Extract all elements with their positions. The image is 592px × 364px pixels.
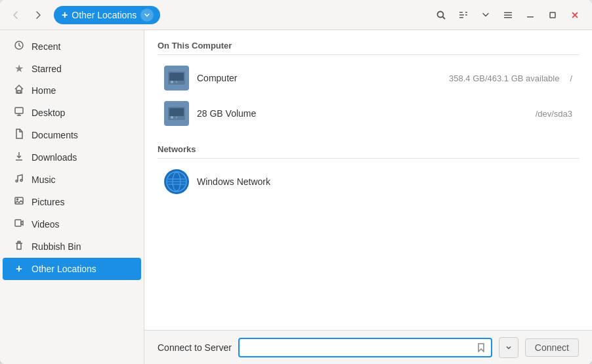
computer-item[interactable]: Computer 358.4 GB/463.1 GB available / [158,60,579,96]
svg-rect-6 [465,14,467,16]
svg-point-24 [17,199,18,200]
back-button[interactable] [7,6,25,24]
sidebar-item-downloads[interactable]: Downloads [3,146,141,169]
svg-rect-5 [465,12,467,13]
sidebar-item-starred-label: Starred [32,64,62,74]
volume-item-name: 28 GB Volume [197,108,528,119]
windows-network-item[interactable]: Windows Network [158,164,579,199]
sidebar-item-downloads-label: Downloads [32,152,77,163]
connect-button[interactable]: Connect [525,338,579,357]
computer-item-meta: 358.4 GB/463.1 GB available / [449,73,572,83]
maximize-button[interactable] [542,5,563,26]
svg-rect-3 [459,14,464,16]
sort-dropdown-button[interactable] [475,5,496,26]
sidebar-item-recent[interactable]: Recent [3,35,141,58]
svg-point-31 [176,81,177,83]
toolbar: + Other Locations [0,0,592,30]
networks-divider [158,158,579,159]
svg-rect-7 [504,12,512,13]
file-manager-window: + Other Locations [0,0,592,364]
connect-history-button[interactable] [499,337,518,358]
svg-rect-33 [169,108,184,116]
svg-point-21 [16,180,18,182]
windows-network-name: Windows Network [197,176,572,187]
minimize-button[interactable] [520,5,541,26]
svg-point-34 [171,116,173,119]
sidebar-item-videos-label: Videos [32,219,60,230]
sidebar-item-desktop-label: Desktop [32,108,65,118]
connect-label: Connect to Server [158,342,232,353]
on-this-computer-title: On This Computer [158,41,579,51]
volume-drive-icon [164,101,189,126]
network-globe-icon [164,169,189,194]
svg-line-1 [443,16,446,19]
volume-path: /dev/sda3 [536,109,572,119]
close-button[interactable] [564,5,585,26]
forward-button[interactable] [29,6,47,24]
svg-rect-29 [169,73,184,81]
svg-rect-9 [504,17,512,18]
svg-marker-26 [21,221,23,225]
location-label: Other Locations [72,10,137,20]
sidebar-item-rubbish[interactable]: Rubbish Bin [3,235,141,258]
main-area: Recent ★ Starred Home Desktop [0,30,592,364]
svg-rect-8 [504,14,512,16]
svg-rect-16 [15,108,23,113]
sidebar-item-music-label: Music [32,174,56,185]
sidebar-item-home[interactable]: Home [3,79,141,102]
svg-point-0 [438,11,444,17]
sidebar-item-other-label: Other Locations [32,264,96,274]
computer-item-name: Computer [197,73,441,83]
downloads-icon [13,151,25,164]
sidebar-item-music[interactable]: Music [3,169,141,191]
sidebar-item-pictures[interactable]: Pictures [3,191,141,213]
svg-rect-4 [459,17,463,18]
search-button[interactable] [431,5,452,26]
sidebar-item-starred[interactable]: ★ Starred [3,58,141,79]
content-area: On This Computer Computer [144,30,592,330]
sidebar-item-videos[interactable]: Videos [3,213,141,235]
sidebar: Recent ★ Starred Home Desktop [0,30,144,364]
networks-section: Networks [158,144,579,199]
connect-bookmark-button[interactable] [471,339,491,356]
computer-drive-icon [164,66,189,91]
volume-item-meta: /dev/sda3 [536,109,572,119]
networks-title: Networks [158,144,579,154]
view-columns-button[interactable] [453,5,474,26]
location-bar[interactable]: + Other Locations [54,6,160,24]
location-plus-icon: + [62,9,68,21]
desktop-icon [13,106,25,119]
svg-rect-2 [459,12,463,13]
toolbar-actions [431,5,585,26]
sidebar-item-documents[interactable]: Documents [3,124,141,146]
sidebar-item-desktop[interactable]: Desktop [3,102,141,124]
connect-input-wrap [238,338,492,357]
svg-rect-27 [18,241,20,243]
rubbish-icon [13,240,25,253]
volume-item[interactable]: 28 GB Volume /dev/sda3 [158,96,579,131]
music-icon [13,173,25,186]
sidebar-item-recent-label: Recent [32,41,60,52]
location-chevron-button[interactable] [140,9,154,22]
on-this-computer-divider [158,54,579,55]
home-icon [13,84,25,97]
other-locations-icon: + [13,262,25,275]
on-this-computer-section: On This Computer Computer [158,41,579,131]
content-panel: On This Computer Computer [144,30,592,364]
svg-rect-11 [550,12,555,18]
sidebar-item-pictures-label: Pictures [32,197,65,207]
recent-icon [13,40,25,53]
svg-point-35 [176,117,177,118]
videos-icon [13,218,25,231]
sidebar-item-home-label: Home [32,85,56,96]
documents-icon [13,129,25,142]
svg-rect-15 [18,91,20,93]
sidebar-item-documents-label: Documents [32,130,78,140]
sidebar-item-other-locations[interactable]: + Other Locations [3,258,141,280]
sidebar-item-rubbish-label: Rubbish Bin [32,241,81,252]
connect-server-input[interactable] [240,339,471,356]
menu-button[interactable] [497,5,518,26]
star-icon: ★ [13,62,25,75]
computer-path: / [570,73,572,83]
computer-storage: 358.4 GB/463.1 GB available [449,73,559,83]
